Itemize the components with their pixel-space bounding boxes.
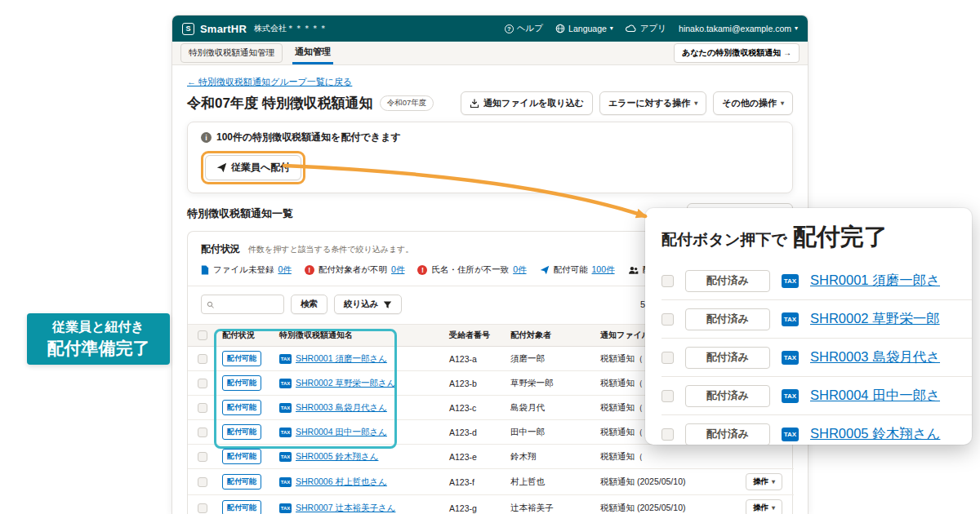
back-to-group-list-link[interactable]: ← 特別徴収税額通知グループ一覧に戻る (187, 76, 352, 88)
account-menu[interactable]: hinako.takami@example.com ▾ (679, 24, 798, 33)
distributed-badge: 配付済み (685, 347, 770, 369)
notice-link[interactable]: SHR0001 須磨一郎さん (296, 353, 387, 363)
overlay-row-checkbox[interactable] (662, 390, 674, 402)
distribution-target: 島袋月代 (506, 396, 595, 420)
filter-button[interactable]: 絞り込み (334, 295, 402, 314)
recipient-number: A123-d (444, 420, 506, 445)
import-icon (470, 99, 479, 109)
smarthr-logo-icon: S (182, 23, 194, 35)
help-icon: ? (505, 24, 514, 33)
import-label: 通知ファイルを取り込む (483, 97, 584, 109)
overlay-row-checkbox[interactable] (662, 352, 674, 364)
row-checkbox[interactable] (198, 403, 207, 413)
cloud-icon (626, 24, 637, 33)
recipient-number: A123-c (444, 396, 506, 420)
chevron-down-icon: ▾ (772, 479, 775, 485)
filter-count-link[interactable]: 100件 (592, 264, 615, 276)
status-badge: 配付可能 (222, 424, 261, 440)
row-checkbox[interactable] (198, 379, 207, 388)
alert-icon: ! (417, 265, 427, 275)
overlay-row-checkbox[interactable] (662, 428, 674, 441)
page-title: 令和07年度 特別徴収税額通知 (187, 94, 373, 113)
tab-notice-management[interactable]: 通知管理 (292, 42, 333, 64)
overlay-row: 配付済み TAX SHR0002 草野栄一郎 (662, 300, 972, 339)
error-actions-dropdown[interactable]: エラーに対する操作 ▾ (599, 91, 706, 115)
select-all-checkbox[interactable] (198, 330, 207, 340)
notice-file: 税額通知 (2025/05/10) (595, 495, 741, 514)
row-checkbox[interactable] (198, 452, 207, 462)
distribute-to-employees-button[interactable]: 従業員へ配付 (205, 155, 301, 180)
tab-tax-notice-management[interactable]: 特別徴収税額通知管理 (180, 43, 283, 63)
recipient-number: A123-e (444, 445, 506, 469)
distribution-target: 須磨一郎 (506, 347, 595, 371)
search-button[interactable]: 検索 (291, 295, 327, 314)
overlay-row-checkbox[interactable] (662, 313, 674, 326)
panel-subtitle: 件数を押すと該当する条件で絞り込みます。 (248, 244, 413, 255)
notice-link[interactable]: SHR0005 鈴木翔さん (296, 451, 378, 461)
app-logo-text: SmartHR (200, 23, 247, 35)
table-row: 配付可能 TAXSHR0007 辻本裕美子さん A123-g 辻本裕美子 税額通… (188, 495, 794, 514)
overlay-notice-link[interactable]: SHR0003 島袋月代さ (810, 348, 940, 366)
column-header-notice-name: 特別徴収税額通知名 (274, 325, 444, 347)
distribute-notice-card: i 100件の特別徴収税額通知を配付できます 従業員へ配付 (187, 122, 793, 193)
tax-icon: TAX (279, 503, 292, 513)
other-actions-dropdown[interactable]: その他の操作 ▾ (713, 91, 793, 115)
tax-icon: TAX (782, 312, 799, 326)
notice-link[interactable]: SHR0004 田中一郎さん (296, 427, 387, 436)
overlay-notice-link[interactable]: SHR0001 須磨一郎さ (810, 272, 940, 290)
notice-link[interactable]: SHR0007 辻本裕美子さん (296, 503, 395, 512)
file-icon (201, 265, 209, 275)
notice-link[interactable]: SHR0006 村上哲也さん (296, 476, 387, 486)
tax-icon: TAX (279, 379, 292, 388)
filter-label: 配付可能 (554, 264, 588, 276)
overlay-title: 配付ボタン押下で 配付完了 (662, 221, 972, 254)
filter-count-link[interactable]: 0件 (278, 264, 291, 276)
row-checkbox[interactable] (198, 503, 207, 513)
search-box (201, 295, 284, 314)
filter-count-link[interactable]: 0件 (391, 264, 404, 276)
status-badge: 配付可能 (222, 500, 261, 514)
account-email: hinako.takami@example.com (679, 24, 791, 33)
overlay-row-checkbox[interactable] (662, 275, 674, 287)
search-input[interactable] (217, 299, 278, 309)
chevron-down-icon: ▾ (610, 25, 613, 32)
language-label: Language (568, 24, 607, 33)
row-actions-dropdown[interactable]: 操作▾ (746, 473, 782, 490)
import-notice-file-button[interactable]: 通知ファイルを取り込む (461, 91, 593, 115)
help-menu[interactable]: ? ヘルプ (505, 23, 543, 34)
status-badge: 配付可能 (222, 449, 261, 464)
help-label: ヘルプ (517, 23, 543, 34)
overlay-notice-link[interactable]: SHR0002 草野栄一郎 (810, 310, 940, 328)
overlay-row: 配付済み TAX SHR0005 鈴木翔さん (662, 415, 972, 445)
filter-label: ファイル未登録 (213, 264, 274, 276)
left-annotation-label: 従業員と紐付き 配付準備完了 (27, 313, 170, 365)
row-checkbox[interactable] (198, 354, 207, 364)
distributed-badge: 配付済み (685, 385, 770, 407)
tax-icon: TAX (782, 428, 799, 441)
overlay-rows: 配付済み TAX SHR0001 須磨一郎さ 配付済み TAX SHR0002 … (662, 262, 972, 445)
your-tax-notice-button[interactable]: あなたの特別徴収税額通知 → (674, 43, 800, 63)
notice-link[interactable]: SHR0003 島袋月代さん (296, 402, 387, 412)
overlay-row: 配付済み TAX SHR0003 島袋月代さ (662, 339, 972, 377)
filter-count-link[interactable]: 0件 (513, 264, 526, 276)
header-menu: ? ヘルプ Language ▾ アプリ hinako.takami@examp… (505, 23, 798, 34)
filter-name-address-mismatch: ! 氏名・住所が不一致 0件 (417, 264, 526, 276)
tax-icon: TAX (782, 389, 799, 403)
overlay-notice-link[interactable]: SHR0005 鈴木翔さん (810, 425, 940, 443)
overlay-notice-link[interactable]: SHR0004 田中一郎さ (810, 387, 940, 405)
language-menu[interactable]: Language ▾ (555, 24, 613, 33)
overlay-row: 配付済み TAX SHR0001 須磨一郎さ (662, 262, 972, 300)
notice-link[interactable]: SHR0002 草野栄一郎さん (296, 378, 395, 388)
send-icon (540, 265, 550, 275)
apps-menu[interactable]: アプリ (626, 23, 666, 34)
panel-title: 配付状況 (201, 242, 240, 256)
search-icon (207, 300, 214, 309)
filter-label: 氏名・住所が不一致 (431, 264, 509, 276)
notice-file: 税額通知 (2025/05/10) (595, 469, 741, 495)
distributed-badge: 配付済み (685, 308, 770, 330)
row-checkbox[interactable] (198, 428, 207, 437)
row-checkbox[interactable] (198, 477, 207, 487)
row-actions-dropdown[interactable]: 操作▾ (746, 499, 782, 514)
filter-target-unknown: ! 配付対象者が不明 0件 (305, 264, 405, 276)
tab-bar: 特別徴収税額通知管理 通知管理 あなたの特別徴収税額通知 → (172, 42, 808, 65)
